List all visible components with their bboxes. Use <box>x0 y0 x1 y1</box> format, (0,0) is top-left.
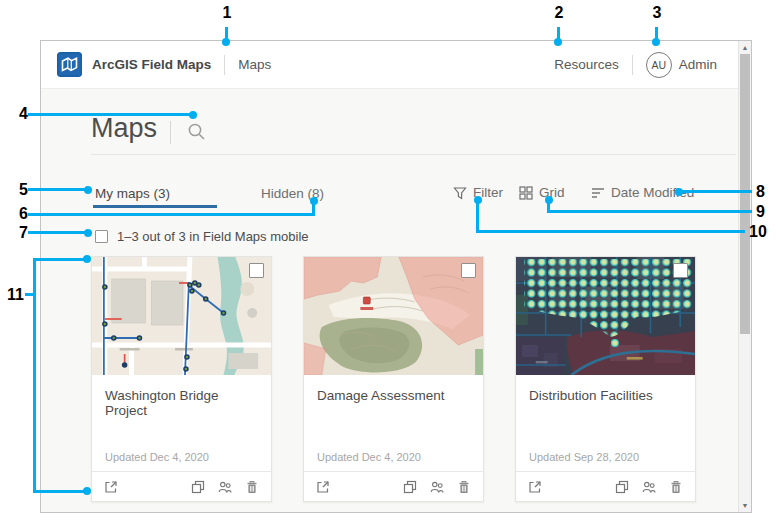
callout-number-1: 1 <box>219 4 235 22</box>
callout-number-2: 2 <box>551 4 567 22</box>
card-select-checkbox[interactable] <box>673 263 688 278</box>
map-thumbnail[interactable] <box>304 257 483 375</box>
street-map-thumbnail <box>92 257 271 375</box>
select-all-checkbox[interactable] <box>95 230 108 243</box>
delete-icon[interactable] <box>669 480 683 494</box>
callout-line <box>557 27 560 40</box>
delete-icon[interactable] <box>457 480 471 494</box>
annotated-screenshot: ArcGIS Field Maps Maps Resources AU Admi… <box>0 0 778 520</box>
selection-summary: 1–3 out of 3 in Field Maps mobile <box>117 229 309 244</box>
scroll-down-icon[interactable]: ▼ <box>739 502 751 509</box>
callout-number-7: 7 <box>8 224 28 242</box>
scrollbar-thumb[interactable] <box>740 54 750 334</box>
callout-line <box>25 293 33 296</box>
callout-number-5: 5 <box>8 181 28 199</box>
tab-hidden[interactable]: Hidden (8) <box>261 186 324 201</box>
nav-item-resources[interactable]: Resources <box>554 57 619 72</box>
sort-label: Date Modified <box>611 185 694 200</box>
callout-number-9: 9 <box>756 203 778 221</box>
grid-label: Grid <box>539 185 565 200</box>
card-title[interactable]: Damage Assessment <box>317 388 470 403</box>
card-select-checkbox[interactable] <box>249 263 264 278</box>
card-actions <box>516 471 695 501</box>
map-card-damage-assessment: Damage Assessment Updated Dec 4, 2020 <box>303 256 484 502</box>
filter-icon <box>453 186 467 200</box>
share-group-icon[interactable] <box>218 480 232 494</box>
callout-number-6: 6 <box>8 205 28 223</box>
app-title: ArcGIS Field Maps <box>92 57 211 72</box>
card-actions <box>92 471 271 501</box>
selection-row: 1–3 out of 3 in Field Maps mobile <box>95 229 309 244</box>
duplicate-icon[interactable] <box>615 480 629 494</box>
arcgis-field-maps-logo-icon <box>57 52 82 77</box>
active-tab-underline <box>93 205 217 208</box>
share-group-icon[interactable] <box>642 480 656 494</box>
user-avatar[interactable]: AU <box>646 52 672 78</box>
app-header: ArcGIS Field Maps Maps Resources AU Admi… <box>41 41 751 89</box>
open-map-icon[interactable] <box>528 480 542 494</box>
page-title: Maps <box>91 113 157 144</box>
open-map-icon[interactable] <box>316 480 330 494</box>
delete-icon[interactable] <box>245 480 259 494</box>
open-map-icon[interactable] <box>104 480 118 494</box>
header-divider <box>632 55 633 75</box>
callout-number-10: 10 <box>749 223 777 241</box>
map-thumbnail[interactable] <box>92 257 271 375</box>
tab-my-maps[interactable]: My maps (3) <box>95 186 170 201</box>
callout-line <box>33 258 36 493</box>
share-group-icon[interactable] <box>430 480 444 494</box>
map-card-list: Washington Bridge Project Updated Dec 4,… <box>91 256 696 502</box>
duplicate-icon[interactable] <box>191 480 205 494</box>
nav-item-maps[interactable]: Maps <box>238 57 271 72</box>
topo-map-thumbnail <box>304 257 483 375</box>
callout-number-4: 4 <box>8 105 28 123</box>
filter-button[interactable]: Filter <box>453 185 503 200</box>
card-updated-date: Updated Dec 4, 2020 <box>317 451 470 465</box>
sort-icon <box>591 186 605 200</box>
filter-label: Filter <box>473 185 503 200</box>
header-divider <box>224 55 225 75</box>
card-select-checkbox[interactable] <box>461 263 476 278</box>
card-updated-date: Updated Dec 4, 2020 <box>105 451 258 465</box>
grid-view-button[interactable]: Grid <box>519 185 565 200</box>
callout-number-3: 3 <box>649 4 665 22</box>
field-maps-app-window: ArcGIS Field Maps Maps Resources AU Admi… <box>40 40 752 513</box>
duplicate-icon[interactable] <box>403 480 417 494</box>
callout-line <box>655 27 658 40</box>
dark-map-thumbnail <box>516 257 695 375</box>
card-title[interactable]: Washington Bridge Project <box>105 388 258 418</box>
search-underline <box>91 154 736 155</box>
search-icon[interactable] <box>187 122 207 142</box>
callout-line <box>225 27 228 40</box>
title-divider <box>170 121 171 144</box>
map-card-washington-bridge: Washington Bridge Project Updated Dec 4,… <box>91 256 272 502</box>
sort-button[interactable]: Date Modified <box>591 185 694 200</box>
card-updated-date: Updated Sep 28, 2020 <box>529 451 682 465</box>
card-title[interactable]: Distribution Facilities <box>529 388 682 403</box>
user-menu-admin[interactable]: Admin <box>679 57 717 72</box>
map-thumbnail[interactable] <box>516 257 695 375</box>
card-actions <box>304 471 483 501</box>
map-card-distribution-facilities: Distribution Facilities Updated Sep 28, … <box>515 256 696 502</box>
scrollbar: ▲ ▼ <box>738 41 751 512</box>
scroll-up-icon[interactable]: ▲ <box>739 44 751 51</box>
callout-number-8: 8 <box>756 183 778 201</box>
grid-view-icon <box>519 186 533 200</box>
callout-number-11: 11 <box>2 286 24 304</box>
